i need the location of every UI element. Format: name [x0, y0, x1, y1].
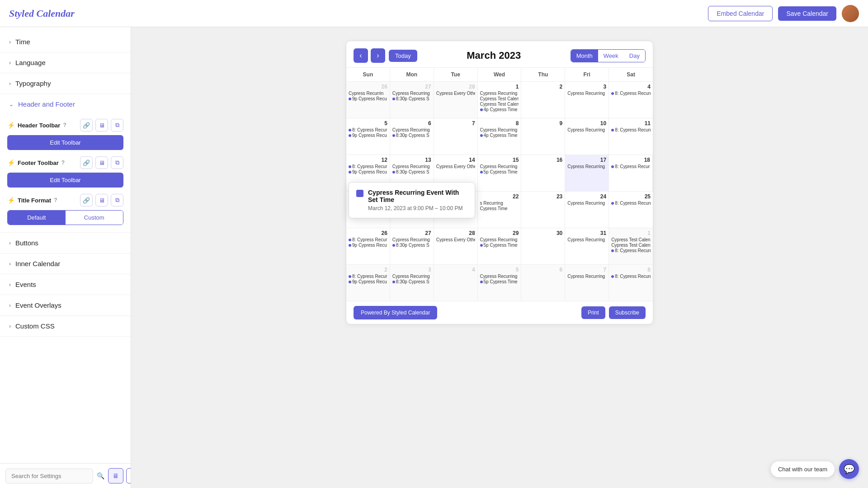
calendar-cell[interactable]: 29Cypress Recurring5p Cypress Time [478, 228, 522, 264]
event-item[interactable]: Cypress Recurring [392, 91, 431, 96]
powered-by-button[interactable]: Powered By Styled Calendar [354, 306, 437, 319]
calendar-cell[interactable]: 118: Cypress Recurrir [609, 118, 653, 155]
sidebar-item-header-footer[interactable]: ⌄ Header and Footer [0, 94, 131, 114]
calendar-cell[interactable]: 7Cypress Recurring [565, 265, 609, 301]
sidebar-item-language[interactable]: › Language [0, 52, 131, 73]
event-item[interactable]: Cypress Every Othe [436, 91, 475, 96]
event-item[interactable]: Cypress Recurring [392, 164, 431, 169]
event-item[interactable]: Cypress Recurring [480, 164, 519, 169]
today-button[interactable]: Today [389, 50, 417, 62]
calendar-cell[interactable]: 8Cypress Recurring4p Cypress Time [478, 118, 522, 155]
calendar-cell[interactable]: 1Cypress Test CalenCypress Test Calen8: … [609, 228, 653, 264]
sidebar-item-buttons[interactable]: › Buttons [0, 233, 131, 253]
event-item[interactable]: 8: Cypress Recurrir [611, 91, 651, 96]
sidebar-item-time[interactable]: › Time [0, 32, 131, 52]
event-item[interactable]: Cypress Test Calen [611, 237, 651, 242]
calendar-cell[interactable]: 7 [434, 118, 478, 155]
chat-button[interactable]: 💬 [839, 459, 859, 479]
desktop-view-button[interactable]: 🖥 [108, 468, 123, 483]
calendar-cell[interactable]: 15Cypress Recurring5p Cypress Time [478, 155, 522, 191]
help-icon[interactable]: ? [54, 197, 57, 203]
calendar-cell[interactable]: 58: Cypress Recurrir9p Cypress Recu [346, 118, 390, 155]
event-item[interactable]: 8:30p Cypress S [392, 279, 431, 284]
event-item[interactable]: Cypress Recurring [480, 274, 519, 279]
event-item[interactable]: Cypress Recurring [480, 91, 519, 96]
edit-footer-toolbar-button[interactable]: Edit Toolbar [7, 173, 123, 188]
event-item[interactable]: 9p Cypress Recu [349, 96, 387, 101]
event-item[interactable]: 9p Cypress Recu [349, 243, 387, 248]
save-calendar-button[interactable]: Save Calendar [778, 6, 836, 21]
calendar-cell[interactable]: 30 [521, 228, 565, 264]
calendar-cell[interactable]: 268: Cypress Recurrir9p Cypress Recu [346, 228, 390, 264]
event-item[interactable]: 9p Cypress Recu [349, 169, 387, 174]
calendar-cell[interactable]: 6 [521, 265, 565, 301]
event-item[interactable]: Cypress Test Calen [480, 102, 519, 107]
event-item[interactable]: 4p Cypress Time [480, 133, 519, 138]
calendar-cell[interactable]: 4 [434, 265, 478, 301]
event-item[interactable]: 8: Cypress Recurrir [349, 237, 387, 242]
calendar-cell[interactable]: 31Cypress Recurring [565, 228, 609, 264]
event-item[interactable]: 8:30p Cypress S [392, 96, 431, 101]
calendar-cell[interactable]: 27Cypress Recurring8:30p Cypress S [390, 82, 434, 118]
calendar-cell[interactable]: 28Cypress Every Othe [434, 228, 478, 264]
calendar-cell[interactable]: 28: Cypress Recurrir9p Cypress Recu [346, 265, 390, 301]
event-item[interactable]: 9p Cypress Recu [349, 133, 387, 138]
title-format-custom-btn[interactable]: Custom [66, 211, 123, 225]
sidebar-item-custom-css[interactable]: › Custom CSS [0, 316, 131, 337]
calendar-cell[interactable]: 3Cypress Recurring [565, 82, 609, 118]
event-item[interactable]: Cypress Recurring [567, 127, 606, 132]
calendar-cell[interactable]: 24Cypress Recurring [565, 192, 609, 228]
event-item[interactable]: Cypress Time [480, 206, 519, 211]
header-toolbar-desktop-btn[interactable]: 🖥 [95, 119, 108, 131]
event-item[interactable]: Cypress Every Othe [436, 164, 475, 169]
title-format-desktop-btn[interactable]: 🖥 [95, 194, 108, 206]
event-item[interactable]: 8: Cypress Recurrir [611, 127, 651, 132]
event-item[interactable]: s Recurring [480, 201, 519, 206]
subscribe-button[interactable]: Subscribe [609, 306, 646, 319]
edit-header-toolbar-button[interactable]: Edit Toolbar [7, 135, 123, 150]
event-item[interactable]: Cypress Recurring [567, 274, 606, 279]
sidebar-item-inner-calendar[interactable]: › Inner Calendar [0, 253, 131, 274]
event-item[interactable]: 9p Cypress Recu [349, 279, 387, 284]
event-item[interactable]: Cypress Recurring [567, 201, 606, 206]
event-item[interactable]: Cypress Recurrin [349, 91, 387, 96]
title-format-copy-btn[interactable]: ⧉ [111, 194, 123, 206]
event-item[interactable]: 4p Cypress Time [480, 107, 519, 112]
title-format-default-btn[interactable]: Default [8, 211, 66, 225]
event-item[interactable]: Cypress Recurring [392, 127, 431, 132]
embed-calendar-button[interactable]: Embed Calendar [708, 6, 773, 21]
week-view-button[interactable]: Week [598, 50, 624, 62]
footer-toolbar-copy-btn[interactable]: ⧉ [111, 156, 123, 169]
event-item[interactable]: 5p Cypress Time [480, 279, 519, 284]
calendar-cell[interactable]: 6Cypress Recurring8:30p Cypress S [390, 118, 434, 155]
sidebar-item-event-overlays[interactable]: › Event Overlays [0, 295, 131, 316]
title-format-link-btn[interactable]: 🔗 [80, 194, 93, 206]
event-item[interactable]: 5p Cypress Time [480, 169, 519, 174]
sidebar-item-events[interactable]: › Events [0, 274, 131, 295]
header-toolbar-link-btn[interactable]: 🔗 [80, 119, 93, 131]
event-item[interactable]: 8: Cypress Recurrir [611, 274, 651, 279]
calendar-cell[interactable]: 188: Cypress Recurrir [609, 155, 653, 191]
calendar-cell[interactable]: 9 [521, 118, 565, 155]
calendar-cell[interactable]: 16 [521, 155, 565, 191]
event-item[interactable]: 8: Cypress Recurrir [349, 127, 387, 132]
calendar-cell[interactable]: 1Cypress RecurringCypress Test CalenCypr… [478, 82, 522, 118]
calendar-cell[interactable]: 88: Cypress Recurrir [609, 265, 653, 301]
calendar-cell[interactable]: 26Cypress Recurrin9p Cypress Recu [346, 82, 390, 118]
calendar-cell[interactable]: 10Cypress Recurring [565, 118, 609, 155]
sidebar-item-typography[interactable]: › Typography [0, 73, 131, 94]
event-item[interactable]: Cypress Every Othe [436, 237, 475, 242]
event-item[interactable]: Cypress Test Calen [611, 243, 651, 248]
header-toolbar-copy-btn[interactable]: ⧉ [111, 119, 123, 131]
day-view-button[interactable]: Day [624, 50, 645, 62]
calendar-cell[interactable]: 3Cypress Recurring8:30p Cypress S [390, 265, 434, 301]
event-item[interactable]: 8: Cypress Recurrir [611, 248, 651, 253]
calendar-cell[interactable]: 28Cypress Every Othe [434, 82, 478, 118]
event-item[interactable]: Cypress Recurring [567, 91, 606, 96]
month-view-button[interactable]: Month [571, 50, 598, 62]
event-item[interactable]: 8: Cypress Recurrir [611, 164, 650, 169]
calendar-cell[interactable]: 2 [521, 82, 565, 118]
help-icon[interactable]: ? [61, 160, 65, 166]
event-item[interactable]: Cypress Recurring [480, 127, 519, 132]
calendar-cell[interactable]: 27Cypress Recurring8:30p Cypress S [390, 228, 434, 264]
